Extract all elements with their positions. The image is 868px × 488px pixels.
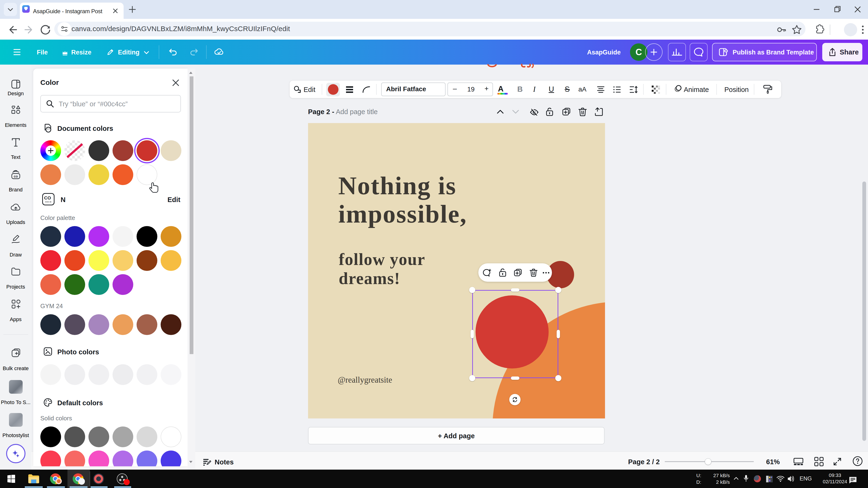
- svg-text:co: co: [14, 174, 18, 178]
